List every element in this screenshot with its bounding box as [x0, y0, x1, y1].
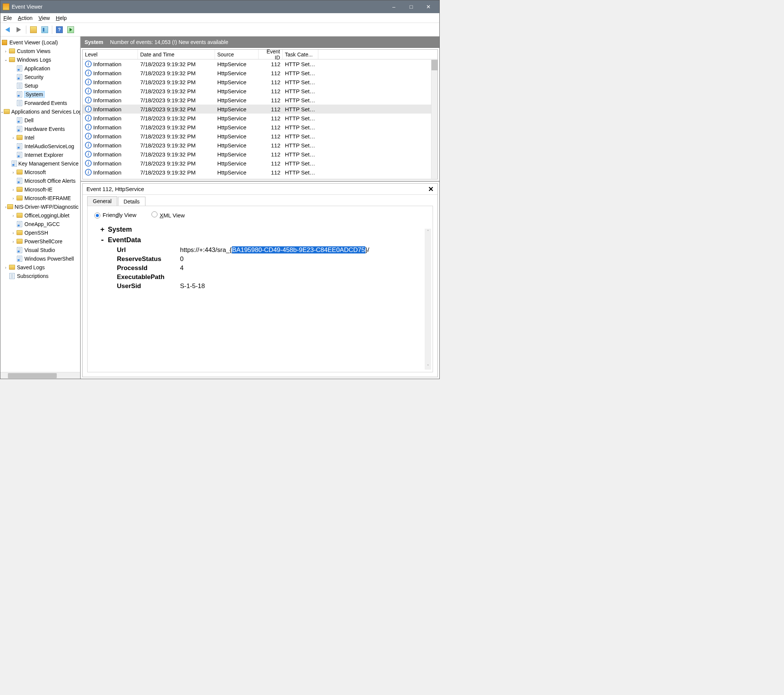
tree-intelaudio[interactable]: IntelAudioServiceLog	[0, 142, 80, 150]
col-task[interactable]: Task Cate...	[283, 50, 318, 59]
tree-subscriptions[interactable]: Subscriptions	[0, 272, 80, 280]
tree-apps-services[interactable]: ⌄Applications and Services Logs	[0, 107, 80, 116]
col-level[interactable]: Level	[83, 50, 138, 59]
expand-icon[interactable]: ›	[10, 135, 16, 140]
selected-text[interactable]: BA195980-CD49-458b-9E23-C84EE0ADCD75	[232, 246, 365, 254]
scroll-up-icon[interactable]: ˄	[425, 229, 431, 235]
log-icon	[17, 126, 22, 132]
minimize-button[interactable]: –	[385, 0, 402, 13]
expand-icon[interactable]: ›	[10, 231, 16, 235]
tree-application[interactable]: Application	[0, 64, 80, 73]
detail-eventdata-node[interactable]: -EventData	[100, 236, 426, 244]
table-row[interactable]: iInformation7/18/2023 9:19:32 PMHttpServ…	[83, 86, 438, 96]
tab-general[interactable]: General	[87, 196, 117, 206]
expand-icon[interactable]: ›	[10, 239, 16, 244]
detail-usersid: UserSidS-1-5-18	[117, 282, 426, 290]
tree-msie[interactable]: ›Microsoft-IE	[0, 185, 80, 194]
tree-system[interactable]: System	[0, 90, 80, 99]
log-icon	[17, 83, 22, 89]
tree-oneapp[interactable]: OneApp_IGCC	[0, 220, 80, 228]
detail-url: Url https://+:443/sra_{BA195980-CD49-458…	[117, 246, 426, 254]
tree-nis[interactable]: ›NIS-Driver-WFP/Diagnostic	[0, 202, 80, 211]
expand-icon[interactable]: ›	[10, 187, 16, 192]
collapse-icon[interactable]: ⌄	[3, 57, 9, 62]
tree-security[interactable]: Security	[0, 73, 80, 81]
radio-friendly-view[interactable]: Friendly View	[94, 212, 137, 218]
table-row[interactable]: iInformation7/18/2023 9:19:32 PMHttpServ…	[83, 78, 438, 86]
tree-savedlogs[interactable]: ›Saved Logs	[0, 263, 80, 272]
tree-msieframe[interactable]: ›Microsoft-IEFRAME	[0, 194, 80, 202]
folder-icon	[4, 109, 10, 114]
tree-windows-logs[interactable]: ⌄Windows Logs	[0, 55, 80, 64]
radio-xml-view[interactable]: XML View	[152, 211, 185, 218]
scroll-down-icon[interactable]: ˅	[425, 363, 431, 370]
maximize-button[interactable]: □	[402, 0, 420, 13]
log-icon	[17, 256, 22, 262]
detail-vscrollbar[interactable]: ˄ ˅	[425, 229, 431, 370]
find-button[interactable]	[66, 25, 76, 35]
table-row[interactable]: iInformation7/18/2023 9:19:32 PMHttpServ…	[83, 104, 438, 114]
table-row[interactable]: iInformation7/18/2023 9:19:32 PMHttpServ…	[83, 114, 438, 122]
expand-icon[interactable]: ›	[3, 265, 9, 270]
col-eventid[interactable]: Event ID	[259, 50, 283, 59]
tree-msoffice[interactable]: Microsoft Office Alerts	[0, 177, 80, 185]
tree-root[interactable]: Event Viewer (Local)	[0, 38, 80, 47]
tree-officelog[interactable]: ›OfficeLoggingLiblet	[0, 211, 80, 220]
table-row[interactable]: iInformation7/18/2023 9:19:32 PMHttpServ…	[83, 96, 438, 104]
tree-ms[interactable]: ›Microsoft	[0, 168, 80, 177]
table-row[interactable]: iInformation7/18/2023 9:19:32 PMHttpServ…	[83, 132, 438, 141]
folder-icon	[9, 57, 15, 62]
tree-custom-views[interactable]: ›Custom Views	[0, 47, 80, 55]
arrow-left-icon	[5, 27, 10, 32]
expand-icon[interactable]: ›	[10, 196, 16, 200]
expand-icon[interactable]: ›	[3, 49, 9, 53]
help-button[interactable]: ?	[54, 25, 64, 35]
tree-intel[interactable]: ›Intel	[0, 133, 80, 142]
detail-tabs: General Details	[83, 195, 438, 206]
tab-details[interactable]: Details	[118, 197, 145, 206]
menu-file[interactable]: File	[3, 15, 12, 21]
tree-dell[interactable]: Dell	[0, 116, 80, 124]
forward-button[interactable]	[14, 25, 24, 35]
table-row[interactable]: iInformation7/18/2023 9:19:32 PMHttpServ…	[83, 59, 438, 68]
tree-pscore[interactable]: ›PowerShellCore	[0, 237, 80, 246]
show-hide-tree-button[interactable]	[28, 25, 38, 35]
properties-button[interactable]	[40, 25, 49, 35]
table-row[interactable]: iInformation7/18/2023 9:19:32 PMHttpServ…	[83, 68, 438, 78]
col-date[interactable]: Date and Time	[138, 50, 215, 59]
tree-hardware-events[interactable]: Hardware Events	[0, 124, 80, 133]
collapse-icon[interactable]: ⌄	[0, 109, 4, 114]
expand-icon[interactable]: ›	[10, 170, 16, 175]
titlebar: Event Viewer – □ ✕	[0, 0, 439, 13]
tree-winps[interactable]: Windows PowerShell	[0, 254, 80, 263]
menu-view[interactable]: View	[39, 15, 50, 21]
info-icon: i	[85, 133, 92, 140]
folder-icon	[7, 204, 13, 209]
expand-icon[interactable]: ›	[10, 213, 16, 218]
tree-kms[interactable]: Key Management Service	[0, 159, 80, 168]
detail-system-node[interactable]: +System	[100, 225, 426, 234]
menu-action[interactable]: Action	[18, 15, 33, 21]
table-row[interactable]: iInformation7/18/2023 9:19:32 PMHttpServ…	[83, 141, 438, 150]
folder-icon	[16, 196, 23, 200]
tree-setup[interactable]: Setup	[0, 81, 80, 90]
back-button[interactable]	[3, 25, 12, 35]
tree-ie[interactable]: Internet Explorer	[0, 150, 80, 159]
table-row[interactable]: iInformation7/18/2023 9:19:32 PMHttpServ…	[83, 159, 438, 168]
detail-pane: Event 112, HttpService ✕ General Details…	[82, 183, 438, 377]
detail-close-button[interactable]: ✕	[428, 185, 434, 193]
table-row[interactable]: iInformation7/18/2023 9:19:32 PMHttpServ…	[83, 150, 438, 159]
table-row[interactable]: iInformation7/18/2023 9:19:32 PMHttpServ…	[83, 168, 438, 177]
tree-hscrollbar[interactable]	[0, 372, 80, 379]
table-vscrollbar[interactable]	[431, 60, 438, 178]
expand-icon[interactable]: ›	[5, 205, 7, 209]
close-button[interactable]: ✕	[420, 0, 437, 13]
menu-help[interactable]: Help	[56, 15, 67, 21]
col-source[interactable]: Source	[215, 50, 259, 59]
tree-vs[interactable]: Visual Studio	[0, 246, 80, 254]
tree-openssh[interactable]: ›OpenSSH	[0, 228, 80, 237]
tree-forwarded-events[interactable]: Forwarded Events	[0, 99, 80, 107]
table-row[interactable]: iInformation7/18/2023 9:19:32 PMHttpServ…	[83, 122, 438, 132]
info-icon: i	[85, 106, 92, 112]
tree[interactable]: Event Viewer (Local) ›Custom Views ⌄Wind…	[0, 36, 80, 372]
